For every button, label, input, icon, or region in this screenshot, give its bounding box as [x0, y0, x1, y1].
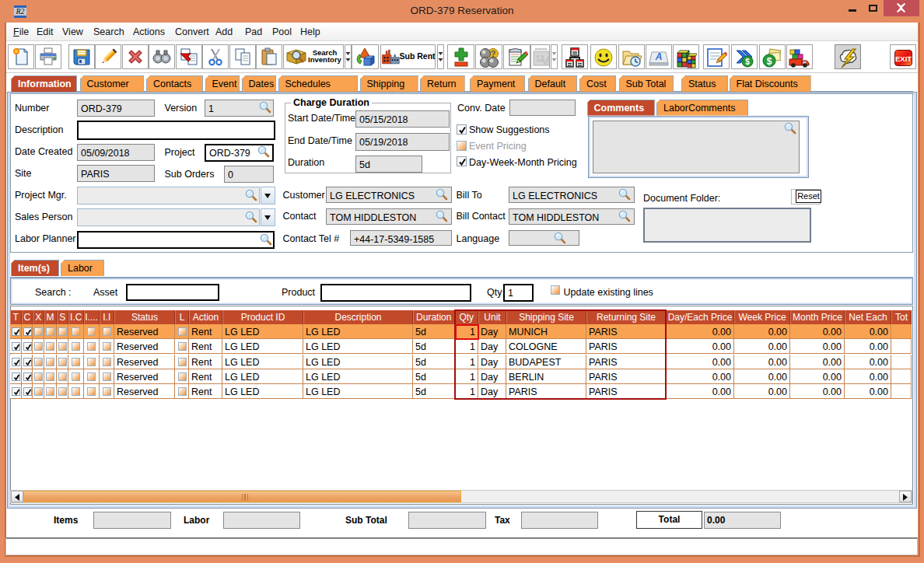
svg-text:$: $	[745, 58, 750, 66]
svg-text:$: $	[767, 56, 772, 67]
svg-text:A: A	[655, 51, 663, 62]
